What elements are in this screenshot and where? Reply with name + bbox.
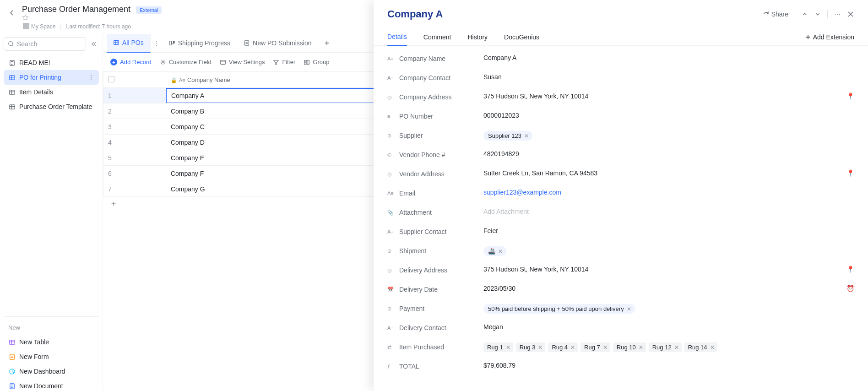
calendar-icon: 📅: [387, 287, 394, 293]
field-value-po-number[interactable]: 0000012023: [483, 112, 854, 119]
close-panel-button[interactable]: [847, 11, 854, 18]
field-label: Supplier Contact: [399, 228, 447, 235]
field-value-vendor-address[interactable]: Sutter Creek Ln, San Ramon, CA 94583📍: [483, 169, 854, 177]
field-value-supplier-contact[interactable]: Feier: [483, 227, 854, 234]
row-number[interactable]: 4: [103, 135, 166, 150]
panel-tab-docugenius[interactable]: DocuGenius: [504, 29, 539, 45]
remove-tag-icon[interactable]: ✕: [498, 248, 503, 255]
text-field-icon: A≡: [179, 77, 185, 83]
field-value-company-name[interactable]: Company A: [483, 54, 854, 61]
text-field-icon: A≡: [387, 190, 394, 196]
field-value-delivery-date[interactable]: 2023/05/30⏰: [483, 285, 854, 292]
svg-rect-11: [172, 41, 174, 43]
panel-title[interactable]: Company A: [387, 8, 443, 20]
tab-all-pos[interactable]: All POs: [107, 34, 151, 53]
back-button[interactable]: [5, 6, 18, 19]
tab-shipping-progress[interactable]: Shipping Progress: [163, 33, 237, 52]
field-value-delivery-address[interactable]: 375 Hudson St, New York, NY 10014📍: [483, 266, 854, 273]
remove-tag-icon[interactable]: ✕: [710, 344, 715, 351]
field-value-delivery-contact[interactable]: Megan: [483, 323, 854, 331]
remove-tag-icon[interactable]: ✕: [570, 344, 575, 351]
settings-icon: [220, 59, 226, 65]
add-tab-button[interactable]: [318, 40, 336, 46]
new-document-button[interactable]: New Document: [4, 379, 99, 391]
next-record-button[interactable]: [814, 11, 821, 17]
collapse-sidebar-button[interactable]: [89, 39, 99, 49]
location-pin-icon[interactable]: 📍: [846, 169, 854, 177]
field-value-company-address[interactable]: 375 Hudson St, New York, NY 10014📍: [483, 92, 854, 100]
tag-item[interactable]: Rug 10✕: [613, 342, 646, 352]
tag-item[interactable]: Rug 3✕: [516, 342, 546, 352]
favorite-star-icon[interactable]: [22, 14, 165, 21]
panel-tab-comment[interactable]: Comment: [423, 29, 451, 45]
new-table-button[interactable]: New Table: [4, 335, 99, 349]
row-number[interactable]: 3: [103, 119, 166, 135]
customize-field-button[interactable]: Customize Field: [160, 59, 212, 65]
row-number[interactable]: 7: [103, 181, 166, 197]
field-label: Shipment: [399, 247, 426, 255]
search-input[interactable]: Search: [4, 37, 86, 51]
sidebar-item-po-template[interactable]: Purchase Order Template: [4, 99, 99, 114]
row-number[interactable]: 1: [103, 88, 166, 103]
text-field-icon: A≡: [387, 75, 394, 81]
more-actions-button[interactable]: ⋯: [834, 11, 841, 18]
remove-tag-icon[interactable]: ✕: [674, 344, 679, 351]
select-all-checkbox[interactable]: [103, 72, 166, 88]
prev-record-button[interactable]: [802, 11, 808, 17]
tag-item[interactable]: Rug 1✕: [483, 342, 513, 352]
svg-rect-16: [304, 60, 306, 62]
space-name[interactable]: My Space: [23, 23, 55, 30]
svg-rect-2: [9, 75, 14, 79]
remove-tag-icon[interactable]: ✕: [524, 133, 529, 139]
add-extension-button[interactable]: Add Extension: [805, 29, 854, 45]
field-value-payment[interactable]: 50% paid before shipping + 50% paid upon…: [483, 304, 854, 314]
tag-supplier[interactable]: Supplier 123✕: [483, 131, 532, 141]
field-value-supplier[interactable]: Supplier 123✕: [483, 131, 854, 141]
tab-more-icon[interactable]: ⋮: [151, 39, 163, 47]
sidebar-item-item-details[interactable]: Item Details: [4, 85, 99, 99]
remove-tag-icon[interactable]: ✕: [506, 344, 510, 351]
sidebar-item-label: READ ME!: [19, 59, 50, 66]
new-dashboard-button[interactable]: New Dashboard: [4, 364, 99, 379]
view-settings-button[interactable]: View Settings: [220, 59, 265, 65]
more-icon[interactable]: ⋮: [88, 74, 94, 81]
panel-tab-history[interactable]: History: [467, 29, 488, 45]
panel-tab-details[interactable]: Details: [387, 28, 407, 46]
svg-rect-4: [9, 104, 14, 109]
location-pin-icon[interactable]: 📍: [846, 92, 854, 100]
row-number[interactable]: 6: [103, 166, 166, 181]
field-value-vendor-phone[interactable]: 4820194829: [483, 150, 854, 157]
new-form-button[interactable]: New Form: [4, 349, 99, 364]
remove-tag-icon[interactable]: ✕: [639, 344, 643, 351]
group-button[interactable]: Group: [304, 59, 329, 65]
tag-payment[interactable]: 50% paid before shipping + 50% paid upon…: [483, 304, 635, 314]
tag-shipment[interactable]: 🚢✕: [483, 246, 506, 256]
sidebar-item-label: PO for Printing: [19, 74, 61, 81]
location-pin-icon[interactable]: 📍: [846, 266, 854, 273]
tag-item[interactable]: Rug 12✕: [649, 342, 682, 352]
alarm-icon[interactable]: ⏰: [846, 285, 854, 292]
field-label: TOTAL: [399, 363, 419, 370]
row-number[interactable]: 5: [103, 150, 166, 166]
field-value-items[interactable]: Rug 1✕Rug 3✕Rug 4✕Rug 7✕Rug 10✕Rug 12✕Ru…: [483, 342, 854, 352]
remove-tag-icon[interactable]: ✕: [603, 344, 608, 351]
tag-item[interactable]: Rug 4✕: [548, 342, 578, 352]
remove-tag-icon[interactable]: ✕: [538, 344, 542, 351]
tag-item[interactable]: Rug 14✕: [684, 342, 717, 352]
share-button[interactable]: Share: [762, 11, 788, 18]
field-value-email[interactable]: supplier123@example.com: [483, 189, 854, 196]
field-value-attachment[interactable]: Add Attachment: [483, 208, 854, 215]
field-value-shipment[interactable]: 🚢✕: [483, 246, 854, 256]
svg-point-14: [162, 61, 164, 63]
filter-button[interactable]: Filter: [273, 59, 295, 65]
tab-new-po-submission[interactable]: New PO Submission: [237, 33, 318, 52]
tag-item[interactable]: Rug 7✕: [580, 342, 610, 352]
field-value-company-contact[interactable]: Susan: [483, 73, 854, 81]
sidebar-item-readme[interactable]: READ ME!: [4, 55, 99, 70]
add-record-button[interactable]: + Add Record: [110, 59, 152, 65]
sidebar-item-po-printing[interactable]: PO for Printing ⋮: [4, 70, 99, 85]
number-field-icon: ≡: [387, 114, 394, 119]
kanban-icon: [169, 40, 175, 46]
remove-tag-icon[interactable]: ✕: [627, 306, 631, 312]
row-number[interactable]: 2: [103, 103, 166, 119]
